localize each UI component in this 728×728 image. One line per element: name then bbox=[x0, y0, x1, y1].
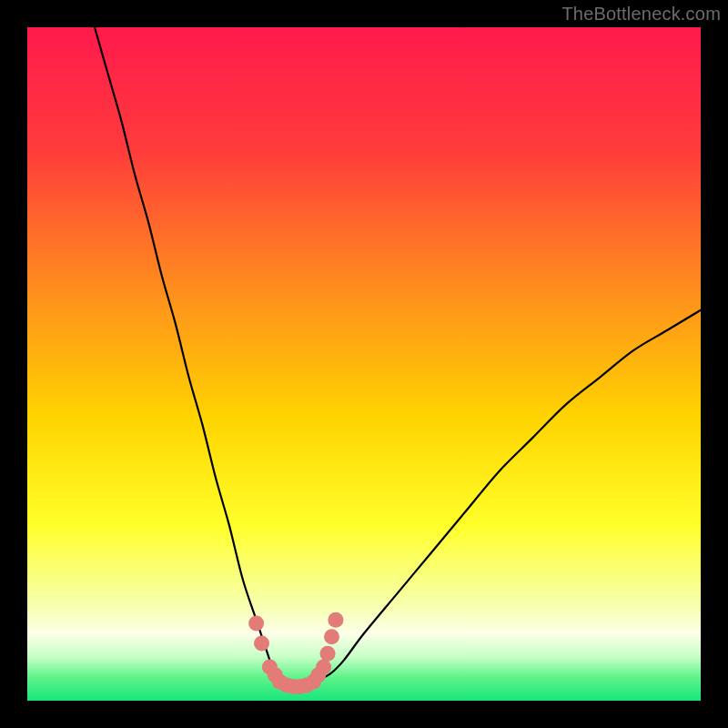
optimal-marker bbox=[328, 612, 343, 628]
optimal-marker bbox=[254, 636, 269, 652]
optimal-marker bbox=[324, 629, 339, 644]
watermark-text: TheBottleneck.com bbox=[561, 4, 721, 25]
optimal-marker bbox=[316, 660, 331, 675]
optimal-marker bbox=[248, 615, 264, 631]
gradient-background bbox=[27, 27, 701, 701]
chart-frame: TheBottleneck.com bbox=[0, 0, 728, 728]
optimal-marker bbox=[320, 646, 336, 662]
chart-plot bbox=[27, 27, 701, 701]
